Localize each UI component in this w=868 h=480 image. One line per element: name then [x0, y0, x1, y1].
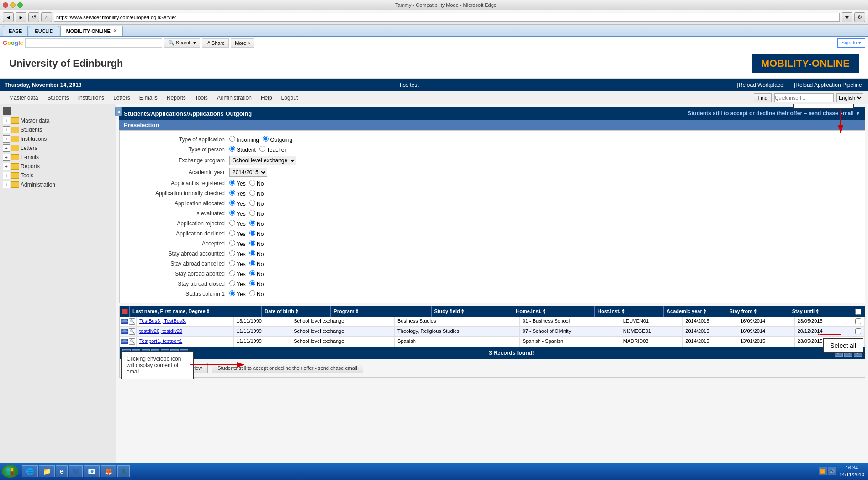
sidebar-item-master-data[interactable]: + Master data: [2, 116, 114, 125]
col-header-stay-until[interactable]: Stay until ▲▼: [789, 306, 852, 317]
sidebar-item-tools[interactable]: + Tools: [2, 171, 114, 180]
col-header-program[interactable]: Program ▲▼: [331, 306, 431, 317]
home-button[interactable]: ⌂: [41, 12, 52, 22]
radio-aborted-no[interactable]: No: [249, 270, 264, 277]
row1-select-checkbox[interactable]: [855, 318, 861, 324]
radio-formally-yes[interactable]: Yes: [229, 190, 246, 197]
radio-cancelled-no[interactable]: No: [249, 260, 264, 267]
col-header-academic-year[interactable]: Academic year ▲▼: [664, 306, 726, 317]
network-icon[interactable]: 📶: [819, 467, 827, 475]
sort-host-icon[interactable]: ▲▼: [621, 309, 625, 315]
sort-name-icon[interactable]: ▲▼: [206, 309, 210, 315]
sign-in-button[interactable]: Sign In ▾: [837, 38, 865, 48]
row2-name-link[interactable]: testdiv20, testdiv20: [139, 328, 182, 334]
taskbar-item-word[interactable]: W: [69, 465, 83, 477]
page-nav-link[interactable]: Students still to accept or decline thei…: [688, 110, 861, 117]
expand-reports-icon[interactable]: +: [3, 163, 10, 170]
start-button[interactable]: [2, 465, 18, 478]
menu-item-master-data[interactable]: Master data: [5, 93, 42, 103]
sidebar-item-emails[interactable]: + E-mails: [2, 153, 114, 162]
sort-dob-icon[interactable]: ▲▼: [295, 309, 299, 315]
radio-accounted-yes[interactable]: Yes: [229, 250, 246, 257]
row1-name-link[interactable]: TestBus3 , TestBus3.: [139, 318, 186, 324]
expand-emails-icon[interactable]: +: [3, 154, 10, 161]
radio-teacher[interactable]: Teacher: [259, 146, 286, 153]
sidebar-item-institutions[interactable]: + Institutions: [2, 134, 114, 144]
expand-students-icon[interactable]: +: [3, 126, 10, 133]
radio-accounted-no[interactable]: No: [249, 250, 264, 257]
expand-institutions-icon[interactable]: +: [3, 135, 10, 143]
tools-button[interactable]: ⚙: [854, 12, 865, 22]
row2-select-checkbox[interactable]: [855, 328, 861, 334]
sort-study-icon[interactable]: ▲▼: [461, 309, 465, 315]
col-header-stay-from[interactable]: Stay from ▲▼: [726, 306, 789, 317]
radio-rejected-no[interactable]: No: [249, 220, 264, 227]
radio-student-input[interactable]: [229, 146, 235, 152]
taskbar-item-chrome[interactable]: 🌐: [22, 465, 38, 477]
sidebar-item-letters[interactable]: + Letters: [2, 144, 114, 153]
radio-incoming[interactable]: Incoming: [229, 136, 259, 143]
language-select[interactable]: English: [836, 93, 863, 102]
search-button[interactable]: 🔍 Search ▾: [164, 38, 200, 48]
radio-app-reg-no[interactable]: No: [249, 180, 264, 187]
col-header-host-inst[interactable]: Host.Inst. ▲▼: [595, 306, 664, 317]
radio-closed-yes[interactable]: Yes: [229, 280, 246, 288]
col-header-study-field[interactable]: Study field ▲▼: [432, 306, 513, 317]
more-button[interactable]: More »: [231, 38, 254, 48]
expand-tools-icon[interactable]: +: [3, 172, 10, 179]
row3-envelope-icon[interactable]: [121, 339, 128, 344]
radio-outgoing-input[interactable]: [263, 136, 269, 142]
radio-status1-yes[interactable]: Yes: [229, 290, 246, 298]
taskbar-item-ie[interactable]: e: [56, 465, 68, 477]
menu-item-tools[interactable]: Tools: [191, 93, 212, 103]
col-header-dob[interactable]: Date of birth ▲▼: [262, 306, 331, 317]
radio-accepted-yes[interactable]: Yes: [229, 240, 246, 247]
radio-outgoing[interactable]: Outgoing: [263, 136, 292, 143]
radio-status1-no[interactable]: No: [249, 290, 264, 298]
radio-incoming-input[interactable]: [229, 136, 235, 142]
taskbar-item-folder[interactable]: 📁: [39, 465, 55, 477]
col-header-name[interactable]: Last name, First name, Degree ▲▼: [130, 306, 262, 317]
menu-item-administration[interactable]: Administration: [212, 93, 256, 103]
sort-home-icon[interactable]: ▲▼: [542, 309, 546, 315]
radio-allocated-no[interactable]: No: [249, 200, 264, 207]
reload-button[interactable]: ↺: [28, 12, 39, 22]
address-bar[interactable]: [54, 13, 840, 22]
volume-icon[interactable]: 🔊: [828, 467, 836, 475]
sort-from-icon[interactable]: ▲▼: [753, 309, 757, 315]
menu-item-students[interactable]: Students: [42, 93, 73, 103]
sort-program-icon[interactable]: ▲▼: [355, 309, 359, 315]
radio-declined-yes[interactable]: Yes: [229, 230, 246, 237]
taskbar-item-excel[interactable]: X: [117, 465, 130, 477]
tab-euclid[interactable]: EUCLID: [29, 26, 59, 36]
radio-student[interactable]: Student: [229, 146, 256, 153]
quick-insert-input[interactable]: [774, 93, 834, 102]
radio-evaluated-no[interactable]: No: [249, 210, 264, 217]
menu-item-reports[interactable]: Reports: [162, 93, 191, 103]
radio-allocated-yes[interactable]: Yes: [229, 200, 246, 207]
radio-aborted-yes[interactable]: Yes: [229, 270, 246, 277]
forward-button[interactable]: ►: [16, 12, 26, 22]
menu-item-emails[interactable]: E-mails: [135, 93, 162, 103]
sort-until-icon[interactable]: ▲▼: [815, 309, 819, 315]
radio-closed-no[interactable]: No: [249, 280, 264, 288]
back-button[interactable]: ◄: [3, 12, 14, 22]
radio-rejected-yes[interactable]: Yes: [229, 220, 246, 227]
reload-workplace-link[interactable]: [Reload Workplace]: [737, 82, 785, 88]
col-header-home-inst[interactable]: Home.Inst. ▲▼: [513, 306, 595, 317]
menu-item-logout[interactable]: Logout: [277, 93, 303, 103]
radio-app-reg-yes[interactable]: Yes: [229, 180, 246, 187]
tab-mobility-online[interactable]: MOBILITY-ONLINE ✕: [60, 26, 123, 36]
reload-pipeline-link[interactable]: [Reload Application Pipeline]: [794, 82, 863, 88]
taskbar-item-firefox[interactable]: 🦊: [101, 465, 116, 477]
sidebar-item-administration[interactable]: + Administration: [2, 180, 114, 189]
expand-letters-icon[interactable]: +: [3, 144, 10, 152]
favorites-button[interactable]: ★: [842, 12, 852, 22]
row1-envelope-icon[interactable]: [121, 319, 128, 324]
google-search-input[interactable]: [25, 38, 162, 48]
row2-magnify-icon[interactable]: 🔍: [129, 328, 135, 335]
tab-ease[interactable]: EASE: [3, 26, 28, 36]
close-tab-icon[interactable]: ✕: [113, 28, 117, 33]
radio-cancelled-yes[interactable]: Yes: [229, 260, 246, 267]
row1-magnify-icon[interactable]: 🔍: [129, 318, 135, 325]
